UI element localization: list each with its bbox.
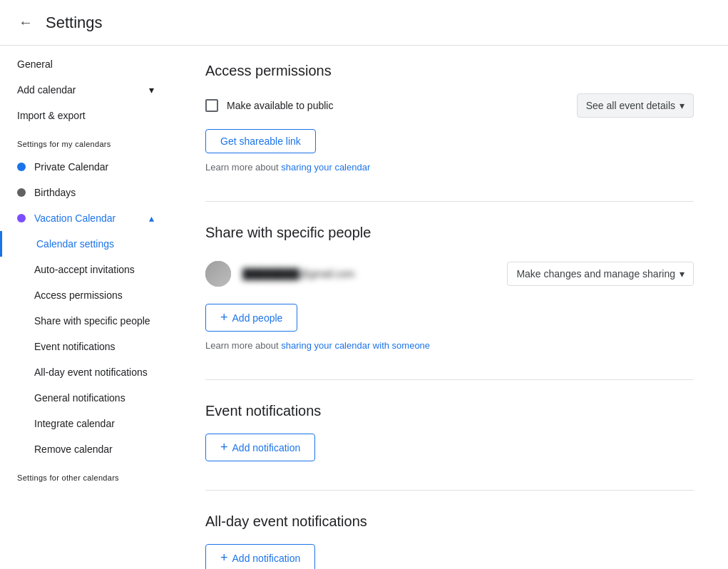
add-allday-notification-label: Add notification <box>232 553 301 564</box>
sidebar: General Add calendar ▾ Import & export S… <box>0 46 171 569</box>
header: ← Settings <box>0 0 728 46</box>
access-permissions-title: Access permissions <box>205 63 694 79</box>
other-calendars-label: Settings for other calendars <box>0 462 171 488</box>
my-calendars-label: Settings for my calendars <box>0 128 171 154</box>
add-people-plus-icon: + <box>220 310 228 325</box>
sidebar-sub-auto-accept[interactable]: Auto-accept invitations <box>0 257 171 282</box>
sidebar-item-vacation-label: Vacation Calendar <box>34 212 116 224</box>
make-public-row: Make available to public See all event d… <box>205 93 694 118</box>
sidebar-item-add-calendar-label: Add calendar <box>17 84 76 96</box>
sidebar-sub-allday-notifications[interactable]: All-day event notifications <box>0 359 171 385</box>
event-notifications-title: Event notifications <box>205 403 694 419</box>
allday-notifications-title: All-day event notifications <box>205 513 694 530</box>
sidebar-sub-general-notifications[interactable]: General notifications <box>0 385 171 411</box>
get-shareable-link-button[interactable]: Get shareable link <box>205 129 316 153</box>
avatar <box>205 261 231 287</box>
back-button[interactable]: ← <box>11 9 40 37</box>
see-all-events-chevron-icon: ▾ <box>680 100 685 111</box>
see-all-events-dropdown[interactable]: See all event details ▾ <box>577 93 694 118</box>
add-people-label: Add people <box>232 312 283 324</box>
sidebar-item-birthdays[interactable]: Birthdays <box>0 180 171 205</box>
sidebar-item-vacation-calendar[interactable]: Vacation Calendar ▴ <box>0 205 171 231</box>
sidebar-sub-access-permissions[interactable]: Access permissions <box>0 282 171 308</box>
permission-chevron-icon: ▾ <box>680 268 685 280</box>
permission-label: Make changes and manage sharing <box>516 268 675 280</box>
make-public-label: Make available to public <box>227 100 333 111</box>
make-public-wrapper: Make available to public <box>205 99 565 112</box>
see-all-events-label: See all event details <box>586 100 675 111</box>
sidebar-sub-event-notifications[interactable]: Event notifications <box>0 334 171 359</box>
sharing-someone-link[interactable]: sharing your calendar with someone <box>281 340 430 351</box>
sidebar-sub-calendar-settings[interactable]: Calendar settings <box>0 231 171 257</box>
sidebar-item-birthdays-label: Birthdays <box>34 187 76 198</box>
chevron-down-icon: ▾ <box>149 84 154 96</box>
share-specific-title: Share with specific people <box>205 225 694 241</box>
add-notification-plus-icon: + <box>220 440 228 455</box>
access-permissions-section: Access permissions Make available to pub… <box>205 63 694 173</box>
person-row: ████████@gmail.com Make changes and mana… <box>205 255 694 292</box>
main-layout: General Add calendar ▾ Import & export S… <box>0 46 728 569</box>
sidebar-item-add-calendar[interactable]: Add calendar ▾ <box>0 77 171 103</box>
event-notifications-section: Event notifications + Add notification <box>205 403 694 461</box>
share-learn-more: Learn more about sharing your calendar w… <box>205 340 694 351</box>
sidebar-item-private-calendar-label: Private Calendar <box>34 161 108 173</box>
content-area: Access permissions Make available to pub… <box>171 46 728 569</box>
page-title: Settings <box>46 14 103 32</box>
add-allday-notification-button[interactable]: + Add notification <box>205 544 315 569</box>
chevron-up-icon: ▴ <box>149 212 154 224</box>
avatar-image <box>205 261 231 287</box>
add-event-notification-label: Add notification <box>232 442 301 453</box>
divider-1 <box>205 201 694 202</box>
divider-2 <box>205 379 694 380</box>
add-people-button[interactable]: + Add people <box>205 304 297 332</box>
birthdays-dot <box>17 188 26 197</box>
sharing-calendar-link[interactable]: sharing your calendar <box>281 162 370 173</box>
add-event-notification-button[interactable]: + Add notification <box>205 434 315 461</box>
add-allday-plus-icon: + <box>220 550 228 565</box>
back-arrow-icon: ← <box>19 14 33 31</box>
sidebar-sub-share-specific[interactable]: Share with specific people <box>0 308 171 334</box>
sidebar-item-general[interactable]: General <box>0 51 171 77</box>
access-learn-more: Learn more about sharing your calendar <box>205 162 694 173</box>
vacation-calendar-dot <box>17 214 26 222</box>
share-specific-section: Share with specific people ████████@gmai… <box>205 225 694 351</box>
sidebar-sub-integrate-calendar[interactable]: Integrate calendar <box>0 411 171 436</box>
allday-notifications-section: All-day event notifications + Add notifi… <box>205 513 694 569</box>
sidebar-item-import-export[interactable]: Import & export <box>0 103 171 128</box>
sidebar-item-private-calendar[interactable]: Private Calendar <box>0 154 171 180</box>
person-email: ████████@gmail.com <box>242 268 496 280</box>
sidebar-sub-remove-calendar[interactable]: Remove calendar <box>0 436 171 462</box>
divider-3 <box>205 490 694 491</box>
private-calendar-dot <box>17 163 26 171</box>
permission-dropdown[interactable]: Make changes and manage sharing ▾ <box>507 262 694 286</box>
make-public-checkbox[interactable] <box>205 99 218 112</box>
